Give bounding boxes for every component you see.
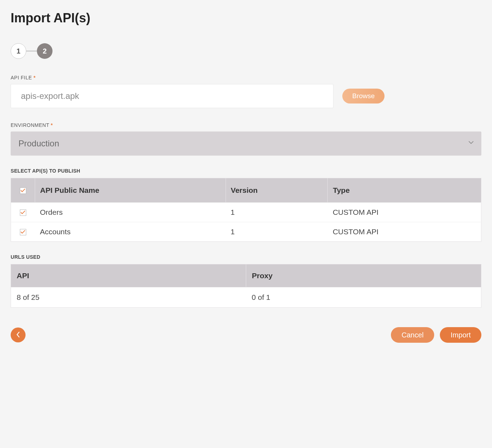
apis-table: API Public Name Version Type Orders 1 CU…: [11, 178, 481, 242]
wizard-step-1[interactable]: 1: [11, 43, 26, 59]
required-mark: *: [33, 75, 35, 80]
chevron-left-icon: [16, 332, 20, 338]
table-row: Orders 1 CUSTOM API: [11, 203, 481, 222]
cell-type: CUSTOM API: [328, 222, 481, 242]
environment-label: ENVIRONMENT *: [11, 122, 481, 128]
import-button[interactable]: Import: [440, 327, 481, 343]
row-checkbox[interactable]: [20, 209, 26, 216]
environment-label-text: ENVIRONMENT: [11, 122, 49, 128]
cell-urls-proxy: 0 of 1: [246, 287, 481, 308]
col-urls-proxy: Proxy: [246, 264, 481, 287]
col-urls-api: API: [11, 264, 246, 287]
select-all-checkbox[interactable]: [20, 187, 26, 194]
page-title: Import API(s): [11, 11, 481, 26]
chevron-down-icon: [469, 141, 474, 146]
cell-urls-api: 8 of 25: [11, 287, 246, 308]
cell-api-name: Orders: [35, 203, 226, 222]
cell-api-name: Accounts: [35, 222, 226, 242]
api-file-label-text: API FILE: [11, 75, 32, 80]
table-row: Accounts 1 CUSTOM API: [11, 222, 481, 242]
environment-selected-value: Production: [18, 139, 59, 149]
required-mark: *: [51, 122, 53, 128]
wizard-step-connector: [26, 51, 37, 51]
wizard-steps: 1 2: [11, 43, 481, 59]
cancel-button[interactable]: Cancel: [391, 327, 434, 343]
select-apis-label: SELECT API(S) TO PUBLISH: [11, 168, 481, 174]
urls-table: API Proxy 8 of 25 0 of 1: [11, 264, 481, 308]
cell-type: CUSTOM API: [328, 203, 481, 222]
environment-select[interactable]: Production: [11, 131, 481, 156]
back-button[interactable]: [11, 327, 26, 342]
table-row: 8 of 25 0 of 1: [11, 287, 481, 308]
cell-version: 1: [226, 203, 328, 222]
wizard-step-2[interactable]: 2: [37, 43, 52, 59]
footer: Cancel Import: [11, 327, 481, 343]
urls-used-label: URLS USED: [11, 254, 481, 260]
col-version: Version: [226, 178, 328, 203]
browse-button[interactable]: Browse: [342, 89, 385, 103]
row-checkbox[interactable]: [20, 229, 26, 235]
col-type: Type: [328, 178, 481, 203]
cell-version: 1: [226, 222, 328, 242]
api-file-label: API FILE *: [11, 75, 481, 80]
col-api-name: API Public Name: [35, 178, 226, 203]
api-file-input[interactable]: apis-export.apk: [11, 84, 333, 108]
